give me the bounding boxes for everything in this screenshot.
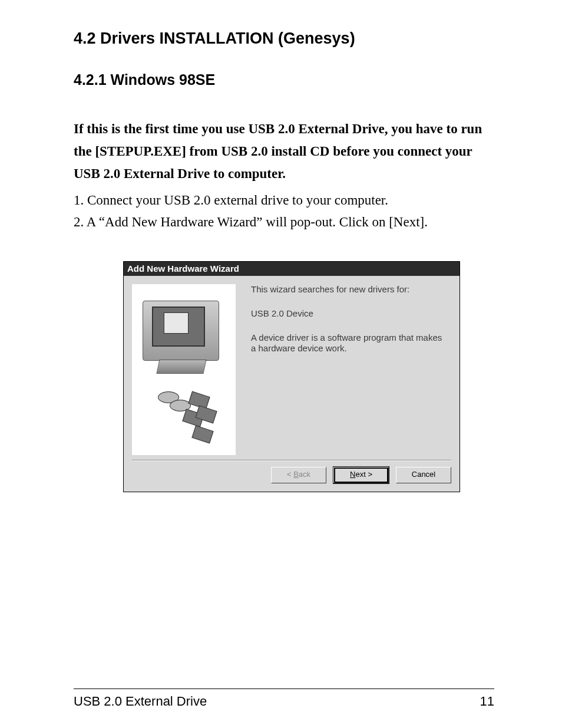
dialog-device-name: USB 2.0 Device [251,308,449,319]
section-heading: 4.2 Drivers INSTALLATION (Genesys) [74,29,494,48]
dialog-line-2: A device driver is a software program th… [251,332,449,355]
footer-title: USB 2.0 External Drive [74,694,207,709]
back-button: < Back [271,467,326,483]
step-1: 1. Connect your USB 2.0 external drive t… [74,190,494,211]
dialog-button-row: < Back Next > Cancel [124,461,459,492]
next-button[interactable]: Next > [333,467,389,483]
cancel-button[interactable]: Cancel [396,467,451,483]
step-2: 2. A “Add New Hardware Wizard” will pop-… [74,212,494,233]
subsection-heading: 4.2.1 Windows 98SE [74,71,494,88]
dialog-line-1: This wizard searches for new drivers for… [251,284,449,295]
dialog-text-area: This wizard searches for new drivers for… [236,284,449,455]
intro-paragraph: If this is the first time you use USB 2.… [74,118,494,185]
wizard-dialog: Add New Hardware Wizard This wizard sear… [123,261,460,492]
wizard-illustration [132,284,236,455]
page-number: 11 [480,694,494,709]
page-footer: USB 2.0 External Drive 11 [74,689,494,709]
dialog-titlebar: Add New Hardware Wizard [124,262,459,276]
